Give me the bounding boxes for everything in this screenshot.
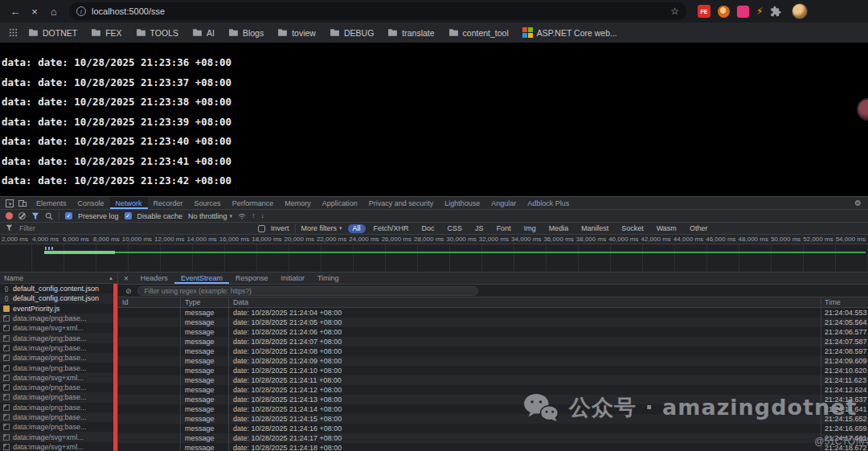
devtools-tab[interactable]: Network xyxy=(110,197,148,209)
request-row[interactable]: data:image/png;base... xyxy=(0,403,117,412)
bookmark-folder[interactable]: toview xyxy=(271,26,322,40)
import-har-icon[interactable]: ↑ xyxy=(252,212,256,219)
devtools-tab[interactable]: Performance xyxy=(227,197,280,209)
bookmark-folder[interactable]: content_tool xyxy=(442,26,515,40)
filter-chip[interactable]: Socket xyxy=(616,224,649,233)
bookmark-folder[interactable]: translate xyxy=(381,26,440,40)
filter-chip[interactable]: Media xyxy=(544,224,574,233)
event-row[interactable]: message date: 10/28/2025 21:24:10 +08:00… xyxy=(118,366,868,375)
event-row[interactable]: message date: 10/28/2025 21:24:09 +08:00… xyxy=(118,356,868,366)
device-toolbar-icon[interactable] xyxy=(18,199,27,207)
pink-extension-icon[interactable] xyxy=(737,6,749,18)
event-row[interactable]: message date: 10/28/2025 21:24:15 +08:00… xyxy=(118,414,868,424)
event-row[interactable]: message date: 10/28/2025 21:24:04 +08:00… xyxy=(118,308,868,318)
bookmark-folder[interactable]: Blogs xyxy=(222,26,270,40)
event-row[interactable]: message date: 10/28/2025 21:24:14 +08:00… xyxy=(118,404,868,414)
regex-filter-input[interactable] xyxy=(145,287,471,295)
column-time[interactable]: Time xyxy=(821,297,868,307)
detail-tab[interactable]: Response xyxy=(229,273,275,284)
devtools-tab[interactable]: Memory xyxy=(279,197,317,209)
filter-chip[interactable]: All xyxy=(348,224,366,233)
detail-tab[interactable]: Headers xyxy=(134,273,174,284)
event-row[interactable]: message date: 10/28/2025 21:24:11 +08:00… xyxy=(118,375,868,385)
filter-chip[interactable]: JS xyxy=(470,224,489,233)
bookmark-folder[interactable]: AI xyxy=(186,26,221,40)
devtools-tab[interactable]: Angular xyxy=(485,197,522,209)
disable-cache-checkbox[interactable]: ✓ xyxy=(125,212,132,219)
filter-chip[interactable]: Wasm xyxy=(652,224,682,233)
devtools-tab[interactable]: Privacy and security xyxy=(363,197,440,209)
export-har-icon[interactable]: ↓ xyxy=(261,212,265,219)
clear-network-log-icon[interactable] xyxy=(18,212,26,219)
detail-tab[interactable]: Timing xyxy=(311,273,346,284)
request-row[interactable]: default_config.content.json xyxy=(0,293,117,303)
column-data[interactable]: Data xyxy=(229,297,821,307)
devtools-tab[interactable]: Sources xyxy=(189,197,227,209)
request-row[interactable]: data:image/svg+xml... xyxy=(0,373,117,383)
request-row[interactable]: data:image/png;base... xyxy=(0,363,117,372)
stop-icon[interactable]: × xyxy=(26,2,43,20)
clear-filter-icon[interactable]: ⊘ xyxy=(125,287,132,295)
request-row[interactable]: data:image/png;base... xyxy=(0,412,117,422)
bookmark-folder[interactable]: DOTNET xyxy=(22,26,84,40)
bookmark-folder[interactable]: FEX xyxy=(84,26,128,40)
request-row[interactable]: data:image/svg+xml... xyxy=(0,432,117,441)
filter-input[interactable] xyxy=(19,224,252,232)
site-info-icon[interactable]: i xyxy=(76,6,86,16)
request-row[interactable]: default_config.content.json xyxy=(0,284,117,293)
filter-toggle-icon[interactable] xyxy=(31,212,39,220)
detail-tab[interactable]: Initiator xyxy=(274,273,311,284)
request-row[interactable]: data:image/png;base... xyxy=(0,422,117,432)
home-icon[interactable]: ⌂ xyxy=(45,2,63,20)
event-row[interactable]: message date: 10/28/2025 21:24:08 +08:00… xyxy=(118,346,868,356)
fe-extension-icon[interactable]: FE xyxy=(698,5,710,18)
lightning-extension-icon[interactable]: ⚡ xyxy=(756,6,763,16)
orange-extension-icon[interactable] xyxy=(718,6,730,18)
devtools-tab[interactable]: Recorder xyxy=(148,197,189,209)
event-row[interactable]: message date: 10/28/2025 21:24:12 +08:00… xyxy=(118,385,868,395)
filter-chip[interactable]: Manifest xyxy=(576,224,613,233)
column-id[interactable]: Id xyxy=(118,297,181,307)
bookmark-star-icon[interactable]: ☆ xyxy=(670,6,679,17)
network-conditions-icon[interactable] xyxy=(238,212,246,220)
requests-scrollbar[interactable] xyxy=(113,284,117,451)
request-row[interactable]: data:image/svg+xml... xyxy=(0,323,117,333)
network-overview[interactable] xyxy=(0,244,868,273)
event-row[interactable]: message date: 10/28/2025 21:24:16 +08:00… xyxy=(118,424,868,433)
devtools-settings-gear-icon[interactable]: ⚙ xyxy=(848,197,868,209)
event-row[interactable]: message date: 10/28/2025 21:24:06 +08:00… xyxy=(118,327,868,337)
detail-tab[interactable]: EventStream xyxy=(174,273,229,284)
request-row[interactable]: data:image/png;base... xyxy=(0,314,117,323)
request-row[interactable]: data:image/png;base... xyxy=(0,383,117,392)
preserve-log-checkbox[interactable]: ✓ xyxy=(65,212,72,219)
bookmark-folder[interactable]: DEBUG xyxy=(323,26,380,40)
devtools-tab[interactable]: Lighthouse xyxy=(439,197,485,209)
puzzle-extensions-icon[interactable] xyxy=(770,6,782,18)
column-type[interactable]: Type xyxy=(181,297,229,307)
event-row[interactable]: message date: 10/28/2025 21:24:07 +08:00… xyxy=(118,337,868,346)
search-icon[interactable] xyxy=(45,212,53,220)
record-network-log-icon[interactable] xyxy=(6,212,13,219)
bookmark-folder[interactable]: TOOLS xyxy=(129,26,185,40)
apps-grid-icon[interactable] xyxy=(5,25,21,41)
event-row[interactable]: message date: 10/28/2025 21:24:05 +08:00… xyxy=(118,318,868,327)
close-detail-icon[interactable]: × xyxy=(118,273,134,284)
filter-chip[interactable]: Img xyxy=(519,224,541,233)
invert-checkbox[interactable] xyxy=(258,225,265,232)
filter-chip[interactable]: Fetch/XHR xyxy=(369,224,414,233)
request-row[interactable]: data:image/png;base... xyxy=(0,333,117,342)
event-row[interactable]: message date: 10/28/2025 21:24:17 +08:00… xyxy=(118,433,868,443)
bookmark-site[interactable]: ASP.NET Core web... xyxy=(516,25,624,40)
request-row[interactable]: data:image/svg+xml... xyxy=(0,442,117,451)
event-row[interactable]: message date: 10/28/2025 21:24:18 +08:00… xyxy=(118,443,868,451)
filter-chip[interactable]: CSS xyxy=(443,224,468,233)
more-filters-dropdown[interactable]: More filters ▾ xyxy=(301,224,342,232)
throttling-dropdown[interactable]: No throttling ▾ xyxy=(188,212,232,220)
address-bar[interactable]: i localhost:5000/sse ☆ xyxy=(69,2,686,20)
request-row[interactable]: eventPriority.js xyxy=(0,304,117,314)
back-icon[interactable]: ← xyxy=(6,2,24,20)
filter-chip[interactable]: Font xyxy=(492,224,516,233)
devtools-tab[interactable]: Adblock Plus xyxy=(522,197,575,209)
request-row[interactable]: data:image/png;base... xyxy=(0,392,117,402)
filter-chip[interactable]: Other xyxy=(685,224,713,233)
